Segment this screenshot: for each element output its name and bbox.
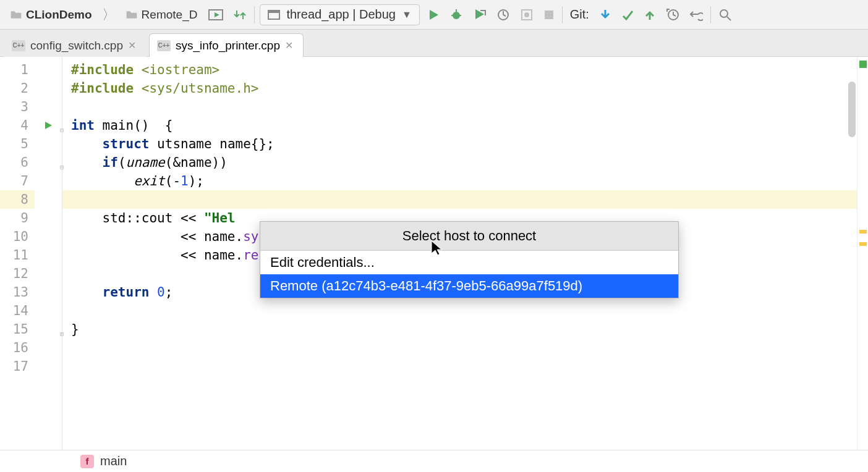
gutter-markers[interactable] xyxy=(35,57,62,450)
sync-button[interactable] xyxy=(231,6,249,24)
line-number[interactable]: 2 xyxy=(0,79,35,98)
line-number[interactable]: 3 xyxy=(0,98,35,116)
git-pull-button[interactable] xyxy=(597,6,614,23)
svg-marker-4 xyxy=(430,10,438,20)
close-icon[interactable]: ✕ xyxy=(128,40,136,51)
popup-item[interactable]: Edit credentials... xyxy=(260,251,678,274)
svg-point-15 xyxy=(720,10,728,17)
code-line[interactable] xyxy=(62,339,857,357)
line-number[interactable]: 11 xyxy=(0,246,35,264)
svg-line-16 xyxy=(727,17,731,20)
editor-tabs: C++config_switch.cpp✕C++sys_info_printer… xyxy=(0,30,868,57)
line-number[interactable]: 7 xyxy=(0,172,35,190)
git-label: Git: xyxy=(568,7,592,22)
inspection-ok-marker[interactable] xyxy=(859,61,867,68)
git-history-button[interactable] xyxy=(663,6,682,24)
line-number[interactable]: 4 xyxy=(0,116,35,135)
line-number[interactable]: 12 xyxy=(0,264,35,283)
tab-label: sys_info_printer.cpp xyxy=(176,39,280,53)
editor-tab[interactable]: C++sys_info_printer.cpp✕ xyxy=(149,33,304,57)
fold-toggle-icon[interactable]: ⊞ xyxy=(60,325,66,334)
profile-button[interactable] xyxy=(494,6,513,24)
code-line[interactable] xyxy=(62,301,857,320)
member-name: main xyxy=(100,454,127,468)
breadcrumb-0: CLionDemo xyxy=(26,8,92,22)
fold-toggle-icon[interactable]: ⊟ xyxy=(60,158,66,167)
folder-icon xyxy=(126,9,138,20)
function-badge-icon: f xyxy=(80,455,94,468)
line-number[interactable]: 8 xyxy=(0,190,35,209)
folder-icon xyxy=(10,9,22,20)
breadcrumb-1: Remote_D xyxy=(142,8,198,22)
breadcrumb-folder[interactable]: Remote_D xyxy=(122,7,202,23)
run-config-label: thread_app | Debug xyxy=(286,7,395,22)
breadcrumb-project[interactable]: CLionDemo xyxy=(6,7,96,23)
run-target-button[interactable] xyxy=(206,6,226,23)
breadcrumb-separator: 〉 xyxy=(101,6,117,24)
line-number[interactable]: 9 xyxy=(0,209,35,227)
tab-label: config_switch.cpp xyxy=(30,39,123,53)
main-toolbar: CLionDemo 〉 Remote_D thread_app | Debug … xyxy=(0,0,868,30)
line-number-gutter[interactable]: 1234567891011121314151617 xyxy=(0,57,35,450)
svg-rect-13 xyxy=(545,11,553,19)
editor-tab[interactable]: C++config_switch.cpp✕ xyxy=(4,33,147,57)
fold-toggle-icon[interactable]: ⊟ xyxy=(60,121,66,130)
chevron-down-icon: ▼ xyxy=(402,9,412,20)
code-line[interactable]: ⊟int main() { xyxy=(62,116,857,135)
git-commit-button[interactable] xyxy=(619,6,636,23)
stop-button[interactable] xyxy=(541,7,557,23)
code-line[interactable] xyxy=(62,357,857,376)
popup-item[interactable]: Remote (a12c74b3-e481-4f37-9eb5-66a99a7f… xyxy=(260,274,678,298)
cpp-file-icon: C++ xyxy=(12,40,25,51)
separator xyxy=(254,6,255,23)
separator xyxy=(710,6,711,23)
popup-title: Select host to connect xyxy=(260,222,678,251)
line-number[interactable]: 13 xyxy=(0,283,35,301)
search-everywhere-button[interactable] xyxy=(716,6,734,24)
error-stripe[interactable] xyxy=(857,57,868,450)
code-line[interactable] xyxy=(62,190,857,209)
code-line[interactable]: struct utsname name{}; xyxy=(62,135,857,153)
line-number[interactable]: 1 xyxy=(0,61,35,79)
run-config-selector[interactable]: thread_app | Debug ▼ xyxy=(260,4,419,25)
cpp-file-icon: C++ xyxy=(157,40,171,51)
line-number[interactable]: 15 xyxy=(0,320,35,339)
code-line[interactable]: exit(-1); xyxy=(62,172,857,190)
run-line-icon[interactable] xyxy=(44,121,53,130)
code-line[interactable]: ⊟ if(uname(&name)) xyxy=(62,153,857,172)
debug-button[interactable] xyxy=(447,6,466,24)
code-line[interactable]: #include <iostream> xyxy=(62,61,857,79)
git-push-button[interactable] xyxy=(641,6,658,23)
svg-marker-17 xyxy=(45,122,52,129)
svg-point-5 xyxy=(453,12,460,19)
line-number[interactable]: 17 xyxy=(0,357,35,376)
warning-marker[interactable] xyxy=(859,242,867,246)
line-number[interactable]: 10 xyxy=(0,227,35,246)
code-line[interactable]: #include <sys/utsname.h> xyxy=(62,79,857,98)
git-rollback-button[interactable] xyxy=(687,6,705,24)
svg-marker-1 xyxy=(215,12,219,17)
warning-marker[interactable] xyxy=(859,230,867,234)
line-number[interactable]: 16 xyxy=(0,339,35,357)
select-host-popup: Select host to connect Edit credentials.… xyxy=(260,221,679,298)
code-line[interactable]: ⊞} xyxy=(62,320,857,339)
line-number[interactable]: 14 xyxy=(0,301,35,320)
attach-button[interactable] xyxy=(517,6,536,24)
coverage-button[interactable] xyxy=(470,6,489,24)
line-number[interactable]: 6 xyxy=(0,153,35,172)
editor-area: 1234567891011121314151617 #include <iost… xyxy=(0,57,868,450)
window-icon xyxy=(268,10,280,20)
run-button[interactable] xyxy=(425,6,442,23)
line-number[interactable]: 5 xyxy=(0,135,35,153)
svg-rect-3 xyxy=(268,11,279,13)
close-icon[interactable]: ✕ xyxy=(285,40,293,51)
member-breadcrumb[interactable]: f main xyxy=(0,450,868,472)
separator xyxy=(562,6,563,23)
svg-point-12 xyxy=(524,12,529,17)
code-line[interactable] xyxy=(62,98,857,116)
